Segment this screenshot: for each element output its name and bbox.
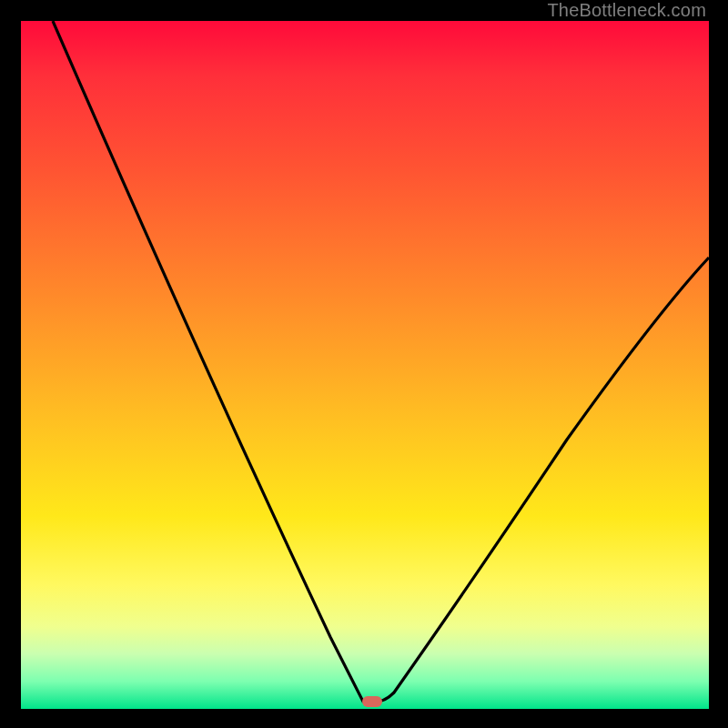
plot-area — [21, 21, 709, 709]
minimum-marker — [362, 696, 382, 707]
watermark-text: TheBottleneck.com — [547, 0, 706, 20]
curve-right-branch — [376, 258, 709, 702]
curve-left-branch — [53, 21, 376, 702]
chart-frame: TheBottleneck.com — [0, 0, 728, 728]
bottleneck-curve — [21, 21, 709, 709]
